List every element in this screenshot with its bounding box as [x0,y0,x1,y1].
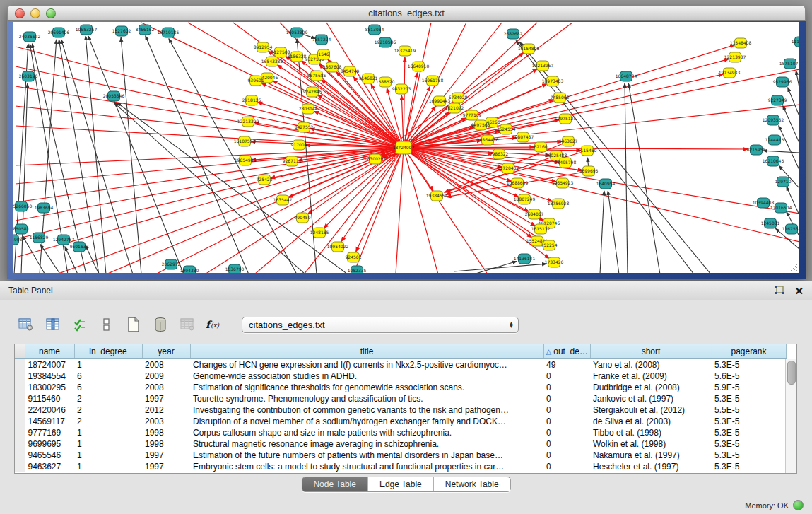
graph-node[interactable]: 917004 [291,140,307,150]
table-cell[interactable]: 18300295 [25,382,74,393]
graph-node[interactable]: 12213987 [724,52,746,62]
table-cell[interactable]: Stergiakouli et al. (2012) [590,404,712,416]
graph-node[interactable]: 8813054 [365,25,384,35]
graph-hub-node[interactable]: 18724007 [393,141,415,154]
table-cell[interactable]: 22420046 [25,404,74,416]
table-cell[interactable]: 9115460 [25,393,74,404]
table-cell[interactable]: 9777169 [25,427,74,438]
graph-node[interactable]: 62160 [534,142,547,152]
table-cell[interactable]: Dudbridge et al. (2008) [590,382,712,393]
graph-node[interactable]: 10688609 [507,178,529,188]
minimize-window-icon[interactable] [30,8,40,18]
table-cell[interactable]: 0 [543,450,590,461]
graph-node[interactable]: 11548408 [730,38,752,48]
table-cell[interactable]: 0 [543,438,590,450]
graph-node[interactable]: 2718126 [242,95,261,105]
table-row[interactable]: 946362711997Embryonic stem cells: a mode… [15,461,786,472]
table-cell[interactable]: 2012 [142,404,190,416]
table-cell[interactable]: 5.3E-5 [712,450,786,461]
checkboxes-icon[interactable] [98,315,116,334]
graph-node[interactable]: 16543382 [261,57,283,66]
graph-node[interactable]: 25266050 [13,201,32,211]
graph-node[interactable]: 1546 [318,49,330,59]
graph-node[interactable]: 19654985 [235,156,257,165]
table-cell[interactable]: 2008 [142,359,190,371]
graph-node[interactable]: 1167533 [782,224,799,234]
table-cell[interactable]: 5.3E-5 [712,359,786,371]
graph-node[interactable]: 1588520 [376,77,395,87]
graph-node[interactable]: 2062972 [162,259,181,269]
table-cell[interactable]: 1997 [142,450,190,461]
table-cell[interactable]: 5.3E-5 [712,416,786,427]
table-cell[interactable]: Nakamura et al. (1997) [590,450,712,461]
graph-node[interactable]: 1245081 [761,218,780,228]
table-cell[interactable]: 2 [74,393,142,404]
graph-node[interactable]: 9242845 [303,87,322,97]
graph-node[interactable]: 1052335 [348,266,367,273]
table-select-dropdown[interactable]: citations_edges.txt▲▼ [242,317,519,333]
table-cell[interactable]: 1 [74,359,142,371]
table-cell[interactable]: Hescheler et al. (1997) [590,461,712,472]
graph-node[interactable]: 9501533 [70,242,89,252]
table-cell[interactable]: 5.5E-5 [712,404,786,416]
new-table-icon[interactable] [124,315,143,334]
graph-node[interactable]: 1733426 [545,257,564,267]
network-canvas[interactable]: 2403557220691406106532571527602846616210… [13,22,799,273]
graph-node[interactable]: 16154808 [518,44,540,54]
close-panel-icon[interactable]: ✕ [794,286,804,296]
table-cell[interactable]: 2 [74,404,142,416]
table-cell[interactable]: 1998 [142,427,190,438]
column-header-short[interactable]: short [590,344,712,359]
table-cell[interactable]: 1 [74,461,142,472]
table-cell[interactable]: 0 [543,461,590,472]
tab-edge-table[interactable]: Edge Table [367,477,433,491]
graph-node[interactable]: 18756928 [548,199,570,209]
table-cell[interactable]: Corpus callosum shape and size in male p… [190,427,543,438]
table-row[interactable]: 1830029562008Estimation of significance … [15,382,786,393]
table-cell[interactable]: Estimation of the future numbers of pati… [190,450,543,461]
graph-node[interactable]: 12093582 [763,115,784,125]
column-header-out-de-[interactable]: △out_de… [543,344,590,359]
table-cell[interactable]: 5.3E-5 [712,427,786,438]
graph-node[interactable]: 752254 [541,240,558,250]
table-cell[interactable]: 0 [543,370,590,382]
table-row[interactable]: 1938455462009Genome-wide association stu… [15,370,786,382]
column-header-name[interactable]: name [25,344,74,359]
graph-node[interactable]: 10653257 [76,25,98,35]
table-cell[interactable]: 0 [543,382,590,393]
graph-node[interactable]: 10719185 [158,28,180,37]
table-row[interactable]: 911546021997Tourette syndrome. Phenomeno… [15,393,786,404]
tab-node-table[interactable]: Node Table [302,477,367,491]
graph-node[interactable]: 7857224 [312,35,331,45]
graph-node[interactable]: 8215955 [747,145,766,155]
graph-node[interactable]: 20053346 [103,91,125,101]
graph-node[interactable]: 19654923 [552,178,574,188]
table-cell[interactable]: 19384554 [25,370,74,382]
graph-node[interactable]: 1536790 [225,264,245,273]
graph-node[interactable]: 1527602 [112,26,131,36]
table-cell[interactable]: 5.3E-5 [712,438,786,450]
graph-node[interactable]: 9699695 [579,166,599,176]
graph-node[interactable]: 10954022 [327,242,349,252]
column-checklist-icon[interactable] [71,315,89,334]
graph-node[interactable]: 9463627 [559,136,578,146]
table-cell[interactable]: 1 [74,450,142,461]
table-cell[interactable]: 9699695 [25,438,74,450]
table-cell[interactable]: 49 [543,359,590,371]
graph-node[interactable]: 12213399 [237,117,259,127]
table-cell[interactable]: 0 [543,427,590,438]
table-cell[interactable]: Tourette syndrome. Phenomenology and cla… [190,393,543,404]
table-cell[interactable]: Wolkin et al. (1998) [590,438,712,450]
table-cell[interactable]: Estimation of significance thresholds fo… [190,382,543,393]
table-cell[interactable]: Genome-wide association studies in ADHD. [190,370,543,382]
graph-node[interactable]: 850581 [13,224,30,234]
graph-node[interactable]: 9832203 [392,84,411,94]
zoom-window-icon[interactable] [46,8,56,18]
network-svg[interactable]: 2403557220691406106532571527602846616210… [13,22,799,273]
graph-node[interactable]: 1244415 [765,135,784,145]
graph-node[interactable]: 790459 [295,213,311,223]
table-row[interactable]: 1456911722003Disruption of a novel membe… [15,416,786,427]
table-scrollbar-thumb[interactable] [787,361,796,385]
node-table-grid[interactable]: namein_degreeyeartitle△out_de…shortpager… [15,344,787,472]
table-cell[interactable]: 1998 [142,438,190,450]
